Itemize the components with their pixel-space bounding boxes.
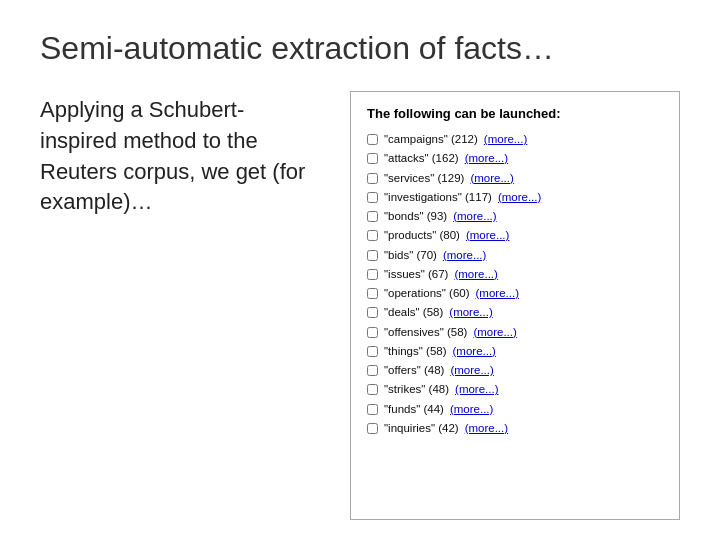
list-item: "inquiries" (42) (more...) bbox=[367, 420, 663, 437]
more-link[interactable]: (more...) bbox=[455, 381, 498, 398]
more-link[interactable]: (more...) bbox=[465, 420, 508, 437]
slide-title: Semi-automatic extraction of facts… bbox=[40, 30, 680, 67]
more-link[interactable]: (more...) bbox=[476, 285, 519, 302]
list-item-checkbox[interactable] bbox=[367, 269, 378, 280]
more-link[interactable]: (more...) bbox=[450, 362, 493, 379]
list-item-checkbox[interactable] bbox=[367, 230, 378, 241]
list-item-checkbox[interactable] bbox=[367, 423, 378, 434]
list-item-text: "funds" (44) bbox=[384, 401, 444, 418]
list-item-checkbox[interactable] bbox=[367, 365, 378, 376]
slide: Semi-automatic extraction of facts… Appl… bbox=[0, 0, 720, 540]
more-link[interactable]: (more...) bbox=[470, 170, 513, 187]
more-link[interactable]: (more...) bbox=[473, 324, 516, 341]
list-item-text: "things" (58) bbox=[384, 343, 447, 360]
list-item-text: "operations" (60) bbox=[384, 285, 470, 302]
list-item: "services" (129) (more...) bbox=[367, 170, 663, 187]
list-item: "bids" (70) (more...) bbox=[367, 247, 663, 264]
list-item: "campaigns" (212) (more...) bbox=[367, 131, 663, 148]
list-item-checkbox[interactable] bbox=[367, 211, 378, 222]
more-link[interactable]: (more...) bbox=[454, 266, 497, 283]
list-item-text: "offensives" (58) bbox=[384, 324, 467, 341]
list-item-text: "campaigns" (212) bbox=[384, 131, 478, 148]
more-link[interactable]: (more...) bbox=[449, 304, 492, 321]
content-area: Applying a Schubert-inspired method to t… bbox=[40, 91, 680, 520]
list-item-text: "attacks" (162) bbox=[384, 150, 459, 167]
list-item: "operations" (60) (more...) bbox=[367, 285, 663, 302]
list-item-checkbox[interactable] bbox=[367, 192, 378, 203]
list-item-checkbox[interactable] bbox=[367, 153, 378, 164]
panel-title: The following can be launched: bbox=[367, 106, 663, 121]
list-item: "bonds" (93) (more...) bbox=[367, 208, 663, 225]
list-item-text: "offers" (48) bbox=[384, 362, 444, 379]
list-item-text: "strikes" (48) bbox=[384, 381, 449, 398]
more-link[interactable]: (more...) bbox=[465, 150, 508, 167]
more-link[interactable]: (more...) bbox=[453, 343, 496, 360]
list-item: "things" (58) (more...) bbox=[367, 343, 663, 360]
list-item-text: "services" (129) bbox=[384, 170, 464, 187]
list-item: "offensives" (58) (more...) bbox=[367, 324, 663, 341]
list-item-text: "bonds" (93) bbox=[384, 208, 447, 225]
list-item: "offers" (48) (more...) bbox=[367, 362, 663, 379]
item-list: "campaigns" (212) (more...)"attacks" (16… bbox=[367, 131, 663, 437]
more-link[interactable]: (more...) bbox=[453, 208, 496, 225]
list-item: "issues" (67) (more...) bbox=[367, 266, 663, 283]
list-item-checkbox[interactable] bbox=[367, 346, 378, 357]
right-panel: The following can be launched: "campaign… bbox=[350, 91, 680, 520]
list-item: "funds" (44) (more...) bbox=[367, 401, 663, 418]
list-item-checkbox[interactable] bbox=[367, 250, 378, 261]
more-link[interactable]: (more...) bbox=[498, 189, 541, 206]
list-item-checkbox[interactable] bbox=[367, 173, 378, 184]
list-item: "investigations" (117) (more...) bbox=[367, 189, 663, 206]
list-item: "deals" (58) (more...) bbox=[367, 304, 663, 321]
more-link[interactable]: (more...) bbox=[443, 247, 486, 264]
list-item-text: "investigations" (117) bbox=[384, 189, 492, 206]
list-item-checkbox[interactable] bbox=[367, 384, 378, 395]
list-item-checkbox[interactable] bbox=[367, 288, 378, 299]
list-item-checkbox[interactable] bbox=[367, 404, 378, 415]
list-item-checkbox[interactable] bbox=[367, 134, 378, 145]
list-item: "attacks" (162) (more...) bbox=[367, 150, 663, 167]
list-item-text: "inquiries" (42) bbox=[384, 420, 459, 437]
list-item-checkbox[interactable] bbox=[367, 327, 378, 338]
list-item: "strikes" (48) (more...) bbox=[367, 381, 663, 398]
list-item-text: "bids" (70) bbox=[384, 247, 437, 264]
list-item-text: "products" (80) bbox=[384, 227, 460, 244]
more-link[interactable]: (more...) bbox=[484, 131, 527, 148]
list-item-text: "deals" (58) bbox=[384, 304, 443, 321]
list-item: "products" (80) (more...) bbox=[367, 227, 663, 244]
list-item-text: "issues" (67) bbox=[384, 266, 448, 283]
left-text: Applying a Schubert-inspired method to t… bbox=[40, 91, 320, 520]
list-item-checkbox[interactable] bbox=[367, 307, 378, 318]
more-link[interactable]: (more...) bbox=[466, 227, 509, 244]
more-link[interactable]: (more...) bbox=[450, 401, 493, 418]
